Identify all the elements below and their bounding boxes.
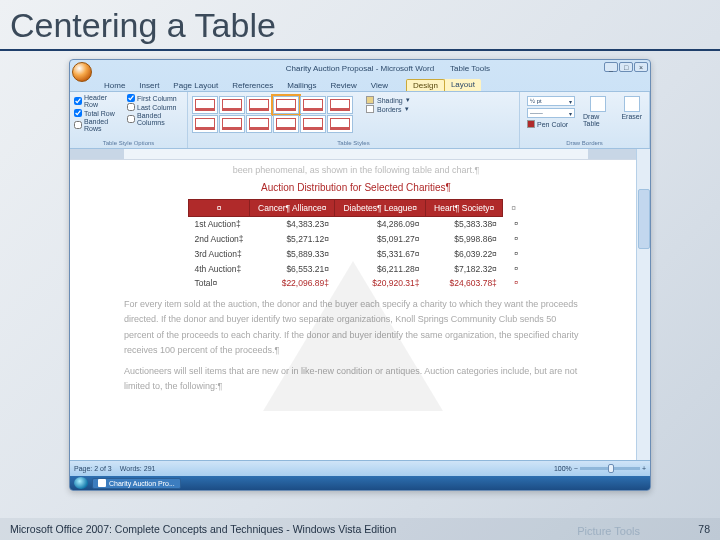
- style-thumb[interactable]: [327, 96, 353, 114]
- group-title-options: Table Style Options: [74, 140, 183, 146]
- table-row: 1st Auction‡$4,383.23¤$4,286.09¤$5,383.3…: [188, 217, 524, 232]
- close-button[interactable]: ×: [634, 62, 648, 72]
- shading-icon: [366, 96, 374, 104]
- start-button[interactable]: [74, 477, 88, 489]
- tab-home[interactable]: Home: [98, 80, 131, 91]
- chk-banded-columns[interactable]: Banded Columns: [127, 112, 183, 126]
- th-end: ¤: [503, 199, 524, 217]
- zoom-in-button[interactable]: +: [642, 465, 646, 472]
- eraser-button[interactable]: Eraser: [618, 94, 645, 130]
- style-thumb[interactable]: [300, 96, 326, 114]
- borders-dropdown[interactable]: Borders ▾: [366, 105, 410, 113]
- body-paragraph-2: Auctioneers will sell items that are new…: [124, 364, 588, 395]
- draw-table-icon: [590, 96, 606, 112]
- status-page[interactable]: Page: 2 of 3: [74, 465, 112, 472]
- horizontal-ruler[interactable]: [70, 149, 636, 160]
- scroll-thumb[interactable]: [638, 189, 650, 249]
- prev-text-tail: been phenomenal, as shown in the followi…: [124, 164, 588, 178]
- draw-table-button[interactable]: Draw Table: [580, 94, 616, 130]
- slide-footer: Microsoft Office 2007: Complete Concepts…: [0, 518, 720, 540]
- th-blank: ¤: [188, 199, 249, 217]
- footer-text: Microsoft Office 2007: Complete Concepts…: [10, 523, 396, 535]
- style-thumb-selected[interactable]: [273, 96, 299, 114]
- window-titlebar: Charity Auction Proposal - Microsoft Wor…: [70, 60, 650, 76]
- body-paragraph-1: For every item sold at the auction, the …: [124, 297, 588, 358]
- table-row: 4th Auction‡$6,553.21¤$6,211.28¤$7,182.3…: [188, 262, 524, 277]
- table-row: 3rd Auction‡$5,889.33¤$5,331.67¤$6,039.2…: [188, 247, 524, 262]
- document-area[interactable]: been phenomenal, as shown in the followi…: [70, 149, 636, 460]
- pen-style-dropdown[interactable]: ───▾: [527, 108, 575, 118]
- page-number: 78: [698, 523, 710, 535]
- status-bar: Page: 2 of 3 Words: 291 100% − +: [70, 460, 650, 476]
- style-thumb[interactable]: [300, 115, 326, 133]
- tab-view[interactable]: View: [365, 80, 394, 91]
- word-icon: [98, 479, 106, 487]
- context-tab-title: Table Tools: [450, 64, 490, 73]
- style-thumb[interactable]: [327, 115, 353, 133]
- table-row: 2nd Auction‡$5,271.12¤$5,091.27¤$5,998.8…: [188, 232, 524, 247]
- ribbon: Header Row Total Row Banded Rows First C…: [70, 91, 650, 149]
- group-title-borders: Draw Borders: [524, 140, 645, 146]
- tab-references[interactable]: References: [226, 80, 279, 91]
- pen-color-dropdown[interactable]: Pen Color: [527, 120, 575, 128]
- taskbar-item-word[interactable]: Charity Auction Pro...: [92, 478, 181, 489]
- zoom-slider[interactable]: [580, 467, 640, 470]
- style-thumb[interactable]: [192, 96, 218, 114]
- zoom-knob[interactable]: [608, 464, 614, 473]
- chk-last-column[interactable]: Last Column: [127, 103, 183, 111]
- vertical-scrollbar[interactable]: [636, 149, 650, 460]
- style-thumb[interactable]: [273, 115, 299, 133]
- zoom-out-button[interactable]: −: [574, 465, 578, 472]
- style-thumb[interactable]: [192, 115, 218, 133]
- chk-first-column[interactable]: First Column: [127, 94, 183, 102]
- style-thumb[interactable]: [246, 96, 272, 114]
- th-heart: Heart¶ Society¤: [426, 199, 503, 217]
- tab-page-layout[interactable]: Page Layout: [167, 80, 224, 91]
- title-divider: [0, 49, 720, 51]
- table-title: Auction Distribution for Selected Charit…: [124, 180, 588, 195]
- zoom-percent[interactable]: 100%: [554, 465, 572, 472]
- style-thumb[interactable]: [219, 115, 245, 133]
- pen-weight-dropdown[interactable]: ½ pt▾: [527, 96, 575, 106]
- tab-layout[interactable]: Layout: [445, 79, 481, 91]
- tab-design[interactable]: Design: [406, 79, 445, 91]
- zoom-control[interactable]: 100% − +: [554, 465, 646, 472]
- style-thumb[interactable]: [219, 96, 245, 114]
- tab-mailings[interactable]: Mailings: [281, 80, 322, 91]
- vista-taskbar: Charity Auction Pro...: [70, 476, 650, 490]
- eraser-icon: [624, 96, 640, 112]
- table-total-row: Total¤$22,096.89‡$20,920.31‡$24,603.78‡¤: [188, 276, 524, 291]
- group-title-styles: Table Styles: [192, 140, 515, 146]
- shading-dropdown[interactable]: Shading ▾: [366, 96, 410, 104]
- chk-banded-rows[interactable]: Banded Rows: [74, 118, 121, 132]
- document-page[interactable]: been phenomenal, as shown in the followi…: [70, 160, 636, 405]
- window-title: Charity Auction Proposal - Microsoft Wor…: [286, 64, 434, 73]
- table-styles-gallery[interactable]: [192, 94, 362, 133]
- minimize-button[interactable]: _: [604, 62, 618, 72]
- chk-header-row[interactable]: Header Row: [74, 94, 121, 108]
- tab-review[interactable]: Review: [325, 80, 363, 91]
- status-words[interactable]: Words: 291: [120, 465, 156, 472]
- chk-total-row[interactable]: Total Row: [74, 109, 121, 117]
- maximize-button[interactable]: □: [619, 62, 633, 72]
- th-diabetes: Diabetes¶ League¤: [335, 199, 426, 217]
- slide-title: Centering a Table: [0, 0, 720, 49]
- th-cancer: Cancer¶ Alliance¤: [250, 199, 335, 217]
- pen-color-icon: [527, 120, 535, 128]
- footer-ghost-text: Picture Tools: [577, 525, 640, 537]
- ribbon-tabs: Home Insert Page Layout References Maili…: [70, 76, 650, 91]
- word-window: Charity Auction Proposal - Microsoft Wor…: [69, 59, 651, 491]
- tab-insert[interactable]: Insert: [133, 80, 165, 91]
- borders-icon: [366, 105, 374, 113]
- office-button[interactable]: [72, 62, 92, 82]
- charity-table[interactable]: ¤ Cancer¶ Alliance¤ Diabetes¶ League¤ He…: [188, 199, 524, 292]
- style-thumb[interactable]: [246, 115, 272, 133]
